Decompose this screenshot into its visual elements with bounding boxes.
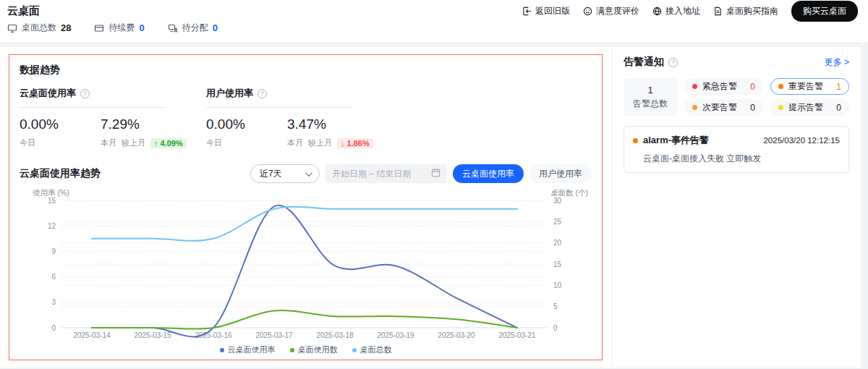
svg-text:15: 15 [48,197,56,205]
metric-desktop-usage-rate: 云桌面使用率 ? 0.00% 今日 7.29% 本月 较上月 [20,87,166,148]
svg-text:9: 9 [51,247,56,255]
metric-month-label: 本月 [287,137,303,148]
alarm-severity-grid: 紧急告警 0 重要告警 1 次要告警 0 提示告警 0 [684,78,849,116]
alarm-total-label: 告警总数 [633,98,668,110]
stat-pending-assignment[interactable]: 待分配 0 [168,22,218,34]
metric-compare-label: 较上月 [122,137,145,148]
metric-today: 0.00% 今日 [20,116,101,148]
severity-count: 0 [750,103,755,113]
top-actions: 返回旧版 满意度评价 接入地址 桌面购买指南 购买云桌面 [522,1,858,22]
severity-count: 0 [836,103,841,113]
chart-controls: 近7天 开始日期 – 结束日期 云桌面使用率 用户使用率 [250,164,592,183]
chart-legend: 云桌面使用率桌面使用数桌面总数 [20,344,592,355]
metric-month: 3.47% 本月 较上月 ↓ 1.86% [287,116,368,148]
chart-title: 云桌面使用率趋势 [20,167,101,180]
legend-item[interactable]: 桌面使用数 [290,344,338,355]
delta-badge-up: ↑ 4.09% [150,138,187,148]
svg-text:2025-03-21: 2025-03-21 [498,331,536,339]
access-address-button[interactable]: 接入地址 [652,5,700,17]
severity-pill-major[interactable]: 重要告警 1 [770,78,849,95]
orange-dot-icon [633,138,638,143]
alarm-list-item[interactable]: alarm-事件告警 2025/03/20 12:12:15 云桌面-桌面接入失… [624,126,849,173]
svg-text:12: 12 [48,222,56,230]
metric-compare-label: 较上月 [308,137,332,148]
stat-value: 0 [139,22,144,33]
stats-bar: 桌面总数 28 待续费 0 待分配 0 [0,22,868,42]
metric-user-usage-rate: 用户使用率 ? 0.00% 今日 3.47% 本月 较上月 [206,87,352,148]
metric-today-value: 0.00% [20,116,101,132]
metric-today: 0.00% 今日 [206,116,287,148]
globe-icon [652,7,662,16]
stat-desktop-total[interactable]: 桌面总数 28 [7,22,71,34]
help-icon[interactable]: ? [80,89,90,98]
metric-today-label: 今日 [20,137,35,148]
page-title: 云桌面 [7,4,40,18]
yellow-dot-icon [778,105,783,110]
time-range-select[interactable]: 近7天 [250,164,320,183]
purchase-guide-button[interactable]: 桌面购买指南 [713,5,778,17]
billing-card-icon [94,23,104,33]
svg-text:0: 0 [553,324,558,332]
svg-text:2025-03-20: 2025-03-20 [438,331,475,339]
severity-count: 0 [750,82,755,92]
svg-text:2025-03-14: 2025-03-14 [73,331,111,339]
alarm-notification-panel: 告警通知 ? 更多 > 1 告警总数 紧急告警 0 重要告警 1 [611,47,861,368]
date-range-placeholder: 开始日期 – 结束日期 [332,168,411,180]
severity-pill-critical[interactable]: 紧急告警 0 [684,78,763,95]
help-icon[interactable]: ? [258,89,267,98]
data-trends-card: 数据趋势 云桌面使用率 ? 0.00% 今日 7.29% [9,54,603,360]
svg-text:2025-03-19: 2025-03-19 [377,331,414,339]
alarm-severity-summary: 1 告警总数 紧急告警 0 重要告警 1 次要告警 0 [624,78,849,116]
more-link[interactable]: 更多 > [825,56,849,69]
svg-text:20: 20 [553,239,562,247]
metric-month-value: 3.47% [287,116,368,132]
svg-text:2025-03-17: 2025-03-17 [255,331,293,339]
legend-label: 云桌面使用率 [228,344,276,355]
severity-pill-info[interactable]: 提示告警 0 [770,99,849,116]
stat-value: 28 [61,22,71,33]
legend-item[interactable]: 云桌面使用率 [220,344,276,355]
stat-label: 桌面总数 [22,22,56,34]
top-header: 云桌面 返回旧版 满意度评价 接入地址 桌面购买指南 购买云桌面 [0,0,868,22]
chevron-down-icon [305,169,312,177]
severity-count: 1 [836,82,841,92]
alarm-name: alarm-事件告警 [643,134,709,147]
alarm-total-value: 1 [647,85,652,96]
svg-text:2025-03-15: 2025-03-15 [134,331,171,339]
svg-text:10: 10 [553,281,562,289]
legend-item[interactable]: 桌面总数 [352,344,392,355]
svg-text:0: 0 [51,324,56,332]
usage-trend-chart: 03691215051015202530使用率 (%)桌面数 (个)2025-0… [20,189,592,342]
buy-cloud-desktop-button[interactable]: 购买云桌面 [791,1,858,22]
help-icon[interactable]: ? [668,58,678,67]
svg-text:5: 5 [553,302,558,310]
alarm-description: 云桌面-桌面接入失败 立即触发 [643,153,840,165]
svg-text:25: 25 [553,218,562,226]
metric-name: 用户使用率 [206,87,253,100]
document-icon [713,7,723,16]
toggle-desktop-usage-rate-button[interactable]: 云桌面使用率 [453,164,524,183]
time-range-value: 近7天 [260,168,282,180]
stat-pending-renewal[interactable]: 待续费 0 [94,22,144,34]
calendar-icon [431,168,441,179]
svg-text:3: 3 [51,298,56,306]
user-desktop-icon [168,23,178,33]
date-range-input[interactable]: 开始日期 – 结束日期 [326,164,447,183]
amber-dot-icon [692,105,697,110]
metric-month: 7.29% 本月 较上月 ↑ 4.09% [101,116,182,148]
severity-pill-minor[interactable]: 次要告警 0 [684,99,763,116]
metric-name: 云桌面使用率 [20,87,76,100]
svg-text:30: 30 [553,197,562,205]
chart-area: 03691215051015202530使用率 (%)桌面数 (个)2025-0… [20,189,592,355]
metric-month-label: 本月 [101,137,116,148]
legend-dot-icon [352,348,357,352]
svg-text:6: 6 [51,273,56,281]
toggle-user-usage-rate-button[interactable]: 用户使用率 [529,164,592,183]
svg-text:使用率 (%): 使用率 (%) [33,189,69,197]
legend-dot-icon [220,348,224,352]
satisfaction-survey-button[interactable]: 满意度评价 [583,5,639,17]
stat-value: 0 [213,22,218,33]
back-to-old-version-button[interactable]: 返回旧版 [522,5,570,17]
red-dot-icon [692,84,697,89]
svg-text:15: 15 [553,260,562,268]
